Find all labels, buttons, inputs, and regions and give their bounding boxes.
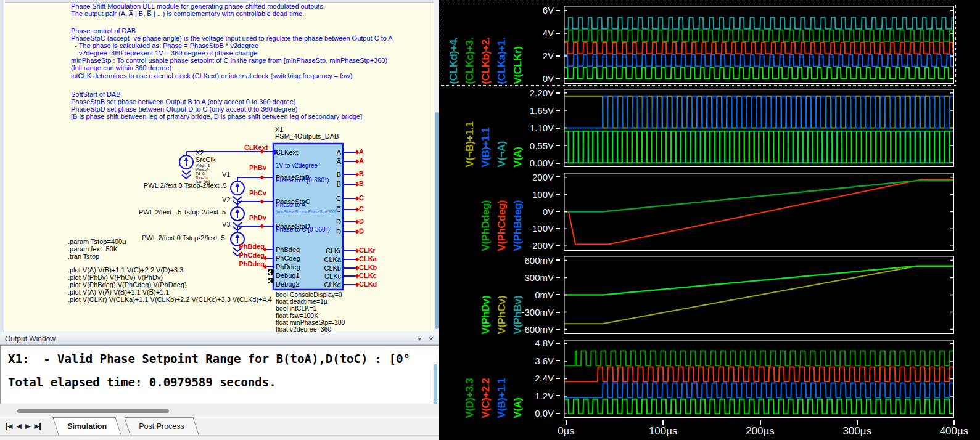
- trace-labels-1: (CLKd)+4.(CLKc)+3.(CLKb)+2.(CLKa)+1.V(CL…: [442, 6, 528, 84]
- block-note-v2degree: 1V to v2degree°: [276, 162, 320, 169]
- trace-labels-5: V(D)+3.3V(C)+2.2V(B)+1.1V(A): [442, 340, 528, 418]
- x-tick-label: 100µs: [649, 425, 678, 438]
- net-label-right-3[interactable]: B̅: [359, 180, 364, 187]
- plot-area-4[interactable]: [564, 256, 954, 334]
- tab-last-icon[interactable]: ▶: [34, 422, 40, 430]
- trace-label[interactable]: V(B)+1.1: [480, 89, 496, 167]
- output-window-title: Output Window: [5, 335, 56, 343]
- x-tick-label: 0µs: [558, 425, 575, 438]
- plot-area-1[interactable]: [564, 6, 954, 84]
- trace-label[interactable]: V(PhCdeg): [496, 173, 512, 251]
- trace-label[interactable]: V(PhBv): [512, 256, 528, 334]
- comment-block-phase-control[interactable]: Phase control of DAB PhaseStpC (accept -…: [71, 27, 393, 79]
- pin-clkext: CLKext: [276, 149, 298, 156]
- trace-label[interactable]: V(PhCv): [496, 256, 512, 334]
- net-label-right-10[interactable]: CLKb: [359, 264, 377, 271]
- net-label-right-8[interactable]: CLKr: [359, 246, 376, 254]
- net-label-phbv[interactable]: PhBv: [249, 164, 266, 171]
- x-tick-label: 200µs: [746, 425, 775, 438]
- tab-next-icon[interactable]: ▶: [25, 422, 30, 430]
- pin-out-2: B: [337, 171, 341, 178]
- pin-debug1: Debug1: [276, 272, 300, 279]
- trace-label[interactable]: (CLKd)+4.: [448, 6, 464, 84]
- net-label-right-2[interactable]: B: [359, 170, 364, 177]
- net-label-phcdeg[interactable]: PhCdeg: [239, 251, 265, 259]
- v3-ref[interactable]: V3: [222, 221, 230, 228]
- trace-label[interactable]: V(PhDv): [480, 256, 496, 334]
- y-ticks-2: 2.20V1.65V1.10V0.55V0.00V: [528, 89, 564, 167]
- net-label-phbdeg[interactable]: PhBdeg: [239, 243, 265, 250]
- y-tick-label: 1.65V: [530, 105, 560, 116]
- output-window-titlebar[interactable]: Output Window ▾ ×: [0, 332, 439, 345]
- v2-ref[interactable]: V2: [222, 196, 230, 203]
- net-label-phcv[interactable]: PhCv: [249, 189, 266, 197]
- tab-simulation[interactable]: Simulation: [52, 417, 121, 435]
- pin-out-5: C̅: [336, 206, 341, 213]
- net-label-right-4[interactable]: C: [359, 194, 364, 202]
- pin-phddeg: PhDdeg: [276, 263, 300, 271]
- schematic-vscrollbar-right[interactable]: [434, 0, 439, 332]
- net-label-phdv[interactable]: PhDv: [249, 214, 266, 221]
- trace-label[interactable]: (CLKc)+3.: [464, 6, 480, 84]
- x-tick-mark: [566, 420, 567, 425]
- pin-clka: CLKa: [324, 256, 341, 263]
- plot-row-1: (CLKd)+4.(CLKc)+3.(CLKb)+2.(CLKa)+1.V(CL…: [442, 6, 954, 84]
- trace-label[interactable]: V(D)+3.3: [464, 340, 480, 418]
- net-label-clkext[interactable]: CLKext: [244, 144, 268, 151]
- y-tick-label: 100V: [532, 189, 560, 200]
- comment-block-softstart[interactable]: SoftStart of DAB PhaseStpB set phase bet…: [71, 91, 362, 120]
- pin-out-1: A̅: [337, 158, 341, 165]
- trace-labels-2: V(¬B)+1.1V(B)+1.1V(¬A)V(A): [442, 89, 528, 167]
- net-label-right-11[interactable]: CLKc: [359, 272, 377, 279]
- tab-prev-icon[interactable]: ◀: [16, 422, 21, 430]
- trace-label[interactable]: V(¬A): [496, 89, 512, 167]
- trace-label[interactable]: (CLKb)+2.: [480, 6, 496, 84]
- trace-label[interactable]: V(PhBdeg): [512, 173, 528, 251]
- net-label-right-5[interactable]: C̅: [359, 205, 364, 213]
- output-window-content[interactable]: X1: - Valid Phase Setpoint Range for B(t…: [0, 345, 439, 404]
- directives-params[interactable]: .param Tstop=400µ .param fext=50K .tran …: [68, 238, 126, 260]
- net-label-right-6[interactable]: D: [359, 218, 364, 225]
- statusbar-strip: [0, 435, 439, 440]
- net-label-right-0[interactable]: A: [359, 148, 364, 155]
- panel-menu-icon[interactable]: ▾: [414, 334, 424, 343]
- x-tick-label: 400µs: [940, 425, 969, 438]
- x-tick-mark: [953, 420, 955, 425]
- block-name[interactable]: PSM_4Outputs_DAB: [275, 132, 339, 140]
- v2-pwl[interactable]: PWL 2/fext -.5 Tstop-2/fext .5: [139, 208, 226, 216]
- y-tick-label: 0.55V: [530, 141, 560, 151]
- x2-model[interactable]: SrcClk: [196, 156, 215, 163]
- v1-ref[interactable]: V1: [222, 171, 230, 178]
- trace-label[interactable]: (CLKa)+1.: [496, 6, 512, 84]
- pin-debug2: Debug2: [276, 280, 300, 288]
- comment-block-header[interactable]: Phase Shift Modulation DLL module for ge…: [71, 2, 325, 17]
- close-icon[interactable]: ×: [426, 334, 436, 343]
- v1-pwl[interactable]: PWL 2/fext 0 Tstop-2/fext .5: [144, 182, 227, 189]
- net-label-right-1[interactable]: A̅: [359, 157, 364, 165]
- output-hscrollbar-thumb[interactable]: [17, 409, 169, 413]
- plot-area-5[interactable]: [564, 340, 954, 418]
- plot-area-3[interactable]: [564, 173, 954, 251]
- y-tick-label: -100V: [529, 223, 560, 234]
- waveform-panel[interactable]: (CLKd)+4.(CLKc)+3.(CLKb)+2.(CLKa)+1.V(CL…: [439, 0, 980, 440]
- schematic-panel[interactable]: Phase Shift Modulation DLL module for ge…: [0, 0, 439, 440]
- block-attributes[interactable]: bool ConsoleDisplay=0 float deadtime=1µ …: [276, 291, 345, 333]
- output-hscrollbar[interactable]: [0, 405, 439, 417]
- trace-label[interactable]: V(B)+1.1: [496, 340, 512, 418]
- output-vscrollbar[interactable]: [433, 362, 438, 404]
- y-tick-label: -600mV: [521, 324, 560, 335]
- tab-post-process[interactable]: Post Process: [124, 417, 199, 435]
- v3-pwl[interactable]: PWL 2/fext 0 Tstop-2/fext .5: [142, 234, 225, 242]
- tab-first-icon[interactable]: ◀: [6, 422, 12, 430]
- trace-label[interactable]: V(A): [512, 340, 528, 418]
- trace-label[interactable]: V(A): [512, 89, 528, 167]
- net-label-right-7[interactable]: D̅: [359, 227, 364, 235]
- net-label-right-9[interactable]: CLKa: [359, 255, 377, 263]
- trace-label[interactable]: V(CLKr): [512, 6, 528, 84]
- directives-plots[interactable]: .plot V(A) V(B)+1.1 V(C)+2.2 V(D)+3.3 .p…: [68, 266, 272, 303]
- trace-label[interactable]: V(PhDdeg): [480, 173, 496, 251]
- trace-label[interactable]: V(C)+2.2: [480, 340, 496, 418]
- net-label-right-12[interactable]: CLKd: [359, 280, 377, 288]
- plot-area-2[interactable]: [564, 89, 954, 167]
- trace-label[interactable]: V(¬B)+1.1: [464, 89, 480, 167]
